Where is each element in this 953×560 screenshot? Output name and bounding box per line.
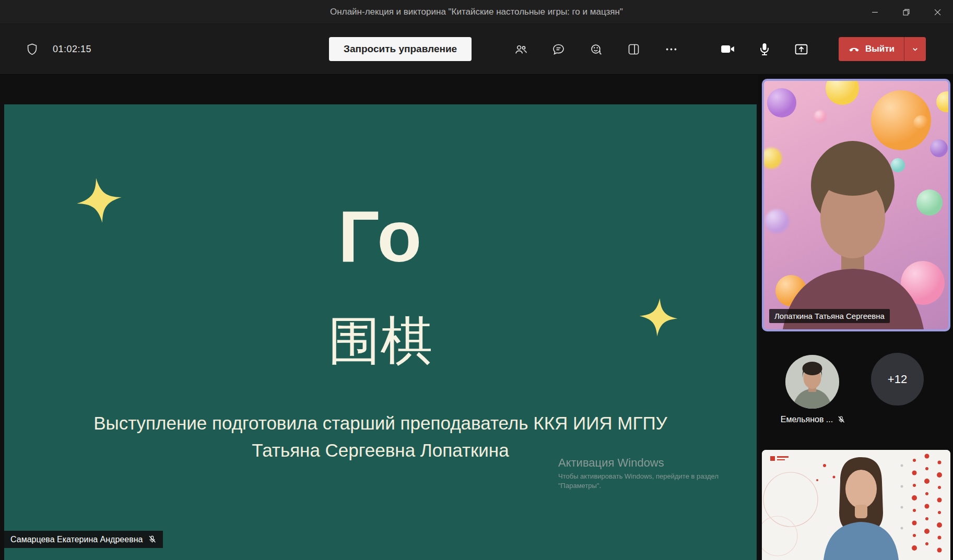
- window-controls: [859, 0, 953, 24]
- active-speaker-video: [764, 81, 948, 329]
- overflow-participants-button[interactable]: +12: [871, 353, 924, 406]
- reactions-icon: [589, 42, 603, 56]
- rooms-icon: [627, 42, 641, 56]
- toolbar-icon-group: [509, 24, 683, 74]
- chevron-down-icon: [911, 45, 919, 53]
- hangup-icon: [848, 43, 860, 55]
- chat-button[interactable]: [547, 38, 570, 61]
- leave-button-label: Выйти: [865, 44, 895, 54]
- active-speaker-name-label: Лопаткина Татьяна Сергеевна: [769, 309, 890, 323]
- rooms-button[interactable]: [622, 38, 645, 61]
- watermark-line2: "Параметры".: [558, 481, 719, 491]
- shield-icon[interactable]: [25, 42, 39, 56]
- ellipsis-icon: [664, 42, 678, 56]
- presenter-name-label: Самарцева Екатерина Андреевна: [4, 531, 163, 548]
- overflow-count: +12: [888, 373, 907, 386]
- camera-icon: [720, 41, 736, 57]
- close-button[interactable]: [922, 0, 953, 24]
- participants-panel: Лопаткина Татьяна Сергеевна +12 Емельяно…: [758, 75, 953, 560]
- leave-button[interactable]: Выйти: [839, 37, 904, 61]
- speaker-silhouette: [764, 81, 948, 329]
- active-speaker-tile[interactable]: Лопаткина Татьяна Сергеевна: [762, 79, 950, 331]
- slide-subtitle-chinese: 围棋: [4, 312, 757, 370]
- slide-title: Го: [4, 200, 757, 273]
- share-content-button[interactable]: [790, 38, 813, 61]
- minimize-button[interactable]: [859, 0, 890, 24]
- windows-activation-watermark: Активация Windows Чтобы активировать Win…: [558, 456, 719, 491]
- microphone-button[interactable]: [753, 38, 776, 61]
- participant-name-row: Емельянов ...: [763, 415, 863, 424]
- presenter-name: Самарцева Екатерина Андреевна: [10, 535, 143, 544]
- more-options-button[interactable]: [660, 38, 683, 61]
- meeting-timer: 01:02:15: [53, 44, 91, 55]
- participant-video-tile[interactable]: [762, 450, 950, 560]
- people-icon: [514, 42, 528, 56]
- presentation-slide: Го 围棋 Выступление подготовила старший пр…: [4, 104, 757, 560]
- microphone-icon: [757, 42, 772, 56]
- mic-off-icon: [837, 415, 845, 424]
- leave-options-button[interactable]: [904, 37, 926, 61]
- share-screen-icon: [794, 42, 809, 57]
- meeting-info-group: 01:02:15: [25, 24, 91, 74]
- reactions-button[interactable]: [584, 38, 607, 61]
- camera-button[interactable]: [716, 38, 739, 61]
- restore-button[interactable]: [890, 0, 922, 24]
- chat-icon: [551, 42, 566, 56]
- avatar-photo: [785, 355, 839, 409]
- shared-screen-stage: Го 围棋 Выступление подготовила старший пр…: [0, 75, 758, 560]
- watermark-line1: Чтобы активировать Windows, перейдите в …: [558, 472, 719, 481]
- slide-credit-line1: Выступление подготовила старший преподав…: [4, 410, 757, 437]
- meeting-toolbar: 01:02:15 Запросить управление: [0, 24, 953, 75]
- mic-off-icon: [148, 535, 157, 544]
- leave-split-button: Выйти: [839, 37, 926, 61]
- participants-button[interactable]: [509, 38, 532, 61]
- active-speaker-name: Лопаткина Татьяна Сергеевна: [774, 312, 885, 320]
- request-control-button[interactable]: Запросить управление: [329, 37, 472, 61]
- participant-name: Емельянов ...: [781, 415, 833, 424]
- av-controls-group: [716, 24, 813, 74]
- participant-video: [762, 450, 950, 560]
- teams-meeting-window: Онлайн-лекция и викторина "Китайские нас…: [0, 0, 953, 560]
- watermark-title: Активация Windows: [558, 456, 719, 470]
- participant-avatar[interactable]: [785, 355, 839, 409]
- window-title: Онлайн-лекция и викторина "Китайские нас…: [330, 7, 623, 17]
- titlebar: Онлайн-лекция и викторина "Китайские нас…: [0, 0, 953, 24]
